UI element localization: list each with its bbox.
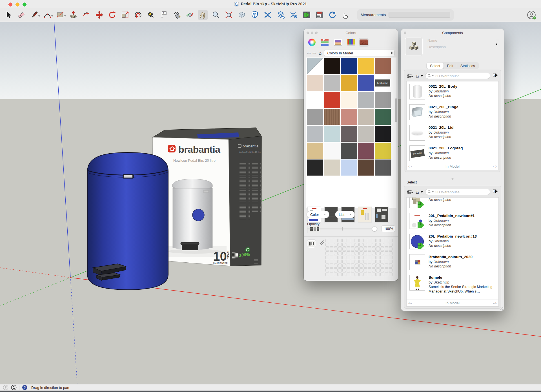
measurements-input[interactable] (389, 12, 450, 18)
empty-swatch-well[interactable] (389, 260, 393, 263)
in-model-forward-icon-2[interactable]: ⇨ (493, 301, 497, 306)
swatch-color[interactable] (358, 109, 374, 125)
empty-swatch-well[interactable] (363, 247, 367, 251)
empty-swatch-well[interactable] (372, 247, 376, 251)
empty-swatch-well[interactable] (330, 268, 333, 272)
swatch-color[interactable] (358, 143, 374, 159)
empty-swatch-well[interactable] (325, 256, 329, 259)
empty-swatch-well[interactable] (355, 268, 359, 272)
empty-swatch-well[interactable] (368, 243, 371, 247)
texture-thumb-dark-collage[interactable] (375, 207, 388, 222)
empty-swatch-well[interactable] (376, 264, 380, 268)
empty-swatch-well[interactable] (355, 256, 359, 259)
section-box-tool-button[interactable] (237, 10, 247, 20)
empty-swatch-well[interactable] (334, 273, 338, 276)
orbit-tool-button[interactable] (185, 10, 195, 20)
empty-swatch-well[interactable] (351, 256, 354, 259)
empty-swatch-well[interactable] (363, 256, 367, 259)
empty-swatch-well[interactable] (372, 260, 376, 263)
swatch-color[interactable] (375, 92, 391, 108)
empty-swatch-well[interactable] (376, 256, 380, 259)
empty-swatch-well[interactable] (351, 247, 354, 251)
empty-swatch-well[interactable] (380, 268, 384, 272)
empty-swatch-well[interactable] (368, 268, 371, 272)
image-palettes-icon[interactable] (333, 38, 343, 47)
swatch-color[interactable] (358, 75, 374, 91)
empty-swatch-well[interactable] (372, 251, 376, 255)
tab-statistics[interactable]: Statistics (457, 63, 478, 69)
empty-swatch-well[interactable] (363, 239, 367, 242)
empty-swatch-well[interactable] (355, 239, 359, 242)
empty-swatch-well[interactable] (355, 260, 359, 263)
empty-swatch-well[interactable] (376, 251, 380, 255)
home-icon[interactable]: ⌂ (319, 51, 322, 56)
swatch-color[interactable] (358, 160, 374, 176)
publish-shield-tool-button[interactable] (250, 10, 260, 20)
swatch-color[interactable] (341, 109, 357, 125)
colors-close-button[interactable] (307, 32, 309, 34)
component-item[interactable]: 20L_Pedalbin_newIcon#1by UnknownNo descr… (407, 211, 498, 231)
empty-swatch-well[interactable] (338, 268, 342, 272)
layers-export-tool-button[interactable] (276, 10, 286, 20)
empty-swatch-well[interactable] (330, 247, 333, 251)
swatch-color[interactable] (307, 75, 323, 91)
empty-swatch-well[interactable] (338, 239, 342, 242)
empty-swatch-well[interactable] (342, 273, 346, 276)
empty-swatch-well[interactable] (355, 264, 359, 268)
brabantia-box-model[interactable]: brabantia NewIcon Pedal Bin, 20 litre 10… (152, 128, 261, 266)
empty-swatch-well[interactable] (330, 256, 333, 259)
component-item[interactable]: 20L_Pedalbin_newIcon#13by UnknownNo desc… (407, 231, 498, 252)
empty-swatch-well[interactable] (334, 251, 338, 255)
empty-swatch-well[interactable] (347, 251, 350, 255)
component-description-placeholder[interactable]: Description (427, 45, 446, 49)
empty-swatch-well[interactable] (347, 268, 350, 272)
component-item[interactable]: brabantia0021_20L_Logotagby UnknownNo de… (407, 143, 498, 163)
empty-swatch-well[interactable] (385, 264, 388, 268)
empty-swatch-well[interactable] (372, 256, 376, 259)
empty-swatch-well[interactable] (385, 239, 388, 242)
opacity-slider-thumb[interactable] (372, 226, 377, 231)
empty-swatch-well[interactable] (380, 260, 384, 263)
empty-swatch-well[interactable] (355, 273, 359, 276)
view-options-icon[interactable] (407, 74, 413, 78)
swatch-color[interactable] (358, 92, 374, 108)
empty-swatch-well[interactable] (342, 239, 346, 242)
select-tool-button[interactable] (3, 10, 14, 20)
empty-swatch-well[interactable] (359, 247, 363, 251)
zoom-extents-tool-button[interactable] (224, 10, 234, 20)
empty-swatch-well[interactable] (330, 273, 333, 276)
empty-swatch-well[interactable] (359, 251, 363, 255)
connect-settings-tool-button[interactable] (289, 10, 299, 20)
empty-swatch-well[interactable] (380, 247, 384, 251)
empty-swatch-well[interactable] (385, 273, 388, 276)
texture-thumb-box-photo[interactable] (358, 207, 371, 222)
empty-swatch-well[interactable] (338, 256, 342, 259)
collapse-panel-icon[interactable] (495, 39, 500, 44)
account-icon[interactable]: ✓ (527, 10, 536, 19)
empty-swatch-well[interactable] (376, 239, 380, 242)
empty-swatch-well[interactable] (342, 243, 346, 247)
empty-swatch-well[interactable] (376, 247, 380, 251)
in-model-home-icon[interactable]: ⌂ (415, 73, 423, 78)
empty-swatch-well[interactable] (389, 239, 393, 242)
components-close-button[interactable] (404, 32, 406, 34)
swatch-color[interactable] (307, 160, 323, 176)
empty-swatch-well[interactable] (355, 243, 359, 247)
empty-swatch-well[interactable] (372, 243, 376, 247)
empty-swatch-well[interactable] (359, 273, 363, 276)
list-mode-dropdown[interactable]: List (335, 211, 355, 218)
offset-tool-button[interactable] (133, 10, 143, 20)
empty-swatch-well[interactable] (376, 260, 380, 263)
swatch-texture-wood[interactable] (324, 109, 340, 125)
component-item[interactable]: Sumeleby SketchUpSumele is the Senior St… (407, 273, 498, 293)
text-tool-button[interactable]: A1 (159, 10, 169, 20)
empty-swatch-well[interactable] (342, 268, 346, 272)
colors-zoom-button[interactable] (315, 32, 318, 34)
empty-swatch-well[interactable] (338, 264, 342, 268)
empty-swatch-well[interactable] (389, 268, 393, 272)
swatch-color[interactable] (375, 109, 391, 125)
push-pull-tool-button[interactable] (68, 10, 78, 20)
details-export-icon[interactable] (493, 73, 498, 79)
eraser-tool-button[interactable] (16, 10, 26, 20)
zoom-window-button[interactable] (23, 3, 26, 6)
